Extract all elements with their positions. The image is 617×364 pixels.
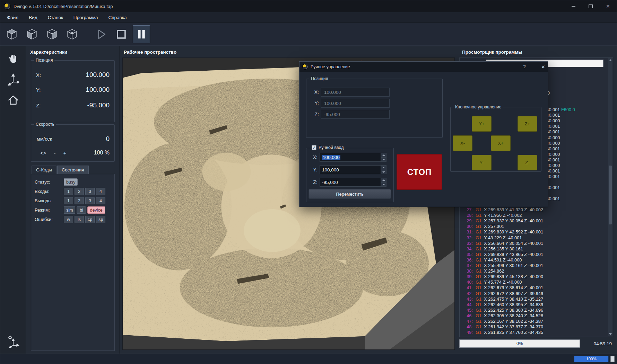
resize-grip[interactable] [610, 356, 615, 362]
close-button[interactable]: ✕ [599, 0, 617, 12]
pause-program-button[interactable] [133, 25, 150, 43]
gcode-line[interactable]: 44:G1X 262.460 Y 38.395 Z -34.839 [460, 302, 613, 308]
manual-input-checkbox[interactable]: ✓ [312, 145, 316, 150]
gcode-line[interactable]: 27:G1X 269.839 Y 41.320 Z -40.002 [460, 207, 613, 213]
manual-x-input[interactable]: 100,000 [320, 153, 386, 162]
gcode-line[interactable]: 28:G1Y 41.956 Z -40.002 [460, 213, 613, 218]
move-button[interactable]: Переместить [308, 189, 391, 199]
gcode-line[interactable]: 36:G1Y 44.501 Z -40.000 [460, 257, 613, 263]
gcode-line[interactable]: 30:G1X 257.301 [460, 224, 613, 229]
gcode-line[interactable]: 41:G1X 262.679 Y 38.614 Z -40.001 [460, 285, 613, 291]
manual-input-toggle[interactable]: ✓ Ручной ввод [310, 145, 346, 150]
gcode-line[interactable]: 29:G1X 257.937 Y 30.054 Z -40.001 [460, 218, 613, 224]
gcode-line-fragment[interactable]: 00 [545, 90, 613, 96]
manual-z-input[interactable]: -95,000 [320, 178, 386, 187]
gcode-line[interactable]: 46:G1X 262.305 Y 38.240 Z -34.528 [460, 313, 613, 319]
jog-z-minus-button[interactable]: Z- [518, 155, 537, 170]
jog-tool-button[interactable] [5, 71, 21, 87]
gcode-line-fragment[interactable]: -40.001 [545, 146, 613, 152]
jog-y-minus-button[interactable]: Y- [472, 155, 492, 170]
gcode-line-fragment[interactable]: -40.001 [545, 157, 613, 163]
gcode-coords: X 262.167 Y 38.102 Z -34.387 [484, 319, 543, 324]
manual-y-spinner[interactable] [381, 166, 386, 174]
manual-z-spinner[interactable] [381, 178, 386, 186]
manual-y-row: Y: 100,000 [310, 165, 386, 174]
scroll-up-icon[interactable] [609, 59, 612, 61]
menu-item[interactable]: Вид [24, 12, 42, 23]
gcode-line[interactable]: 33:G1X 256.664 Y 30.054 Z -40.001 [460, 241, 613, 246]
gcode-line-fragment[interactable]: -40.001 [545, 196, 613, 202]
view-cube-left-button[interactable] [23, 25, 41, 43]
gcode-line[interactable]: 34:G1X 256.135 Y 30.161 [460, 246, 613, 252]
view-cube-right-button[interactable] [43, 25, 61, 43]
gcode-line[interactable]: 38:G1X 254.862 [460, 268, 613, 274]
gcode-line-fragment[interactable]: -40.000 [545, 152, 613, 157]
dialog-help-button[interactable]: ? [520, 62, 529, 72]
characteristics-panel: Характеристики Позиция X: 100.000 Y: 100… [26, 46, 120, 354]
dialog-close-button[interactable]: ✕ [539, 62, 548, 72]
speed-increase-button[interactable]: + [63, 150, 67, 156]
gcode-line-fragment[interactable]: -40.001 [545, 113, 613, 118]
gcode-line[interactable]: 35:G1X 269.839 Y 43.865 Z -40.001 [460, 252, 613, 257]
speed-decrease-button[interactable]: - [54, 150, 56, 156]
stop-button[interactable]: СТОП [397, 154, 442, 190]
gcode-line-fragment[interactable]: -40.001 [545, 174, 613, 179]
gcode-line-fragment[interactable]: -40.001 [545, 129, 613, 135]
gcode-line[interactable]: 39:G1X 269.839 Y 45.138 Z -40.000 [460, 274, 613, 279]
speed-range-button[interactable]: <> [40, 150, 46, 156]
gcode-line[interactable]: 47:G1X 262.167 Y 38.102 Z -34.387 [460, 319, 613, 324]
gcode-line[interactable]: 32:G1Y 43.229 Z -40.001 [460, 235, 613, 241]
jog-y-plus-button[interactable]: Y+ [472, 116, 492, 132]
menu-item[interactable]: Файл [2, 12, 24, 23]
z-position-value: -95.000 [87, 101, 110, 109]
cube-view-3-icon [46, 28, 58, 41]
gcode-line-fragment[interactable]: -40.000 [545, 141, 613, 146]
home-position-button[interactable] [5, 92, 21, 108]
status-row: Входы:1234 [35, 187, 114, 196]
gcode-line-fragment[interactable]: -40.001 F600.0 [545, 107, 613, 113]
gcode-line[interactable]: 31:G1X 269.839 Y 42.592 Z -40.001 [460, 229, 613, 235]
menu-item[interactable]: Станок [43, 12, 68, 23]
gcode-command: G1 [476, 213, 481, 218]
pause-icon [136, 28, 147, 40]
status-badge: 4 [96, 197, 105, 204]
dialog-title-bar[interactable]: Ручное управление ? ✕ [299, 62, 548, 72]
gcode-line-number: 37: [463, 263, 473, 268]
stop-program-button[interactable] [113, 25, 130, 43]
gcode-command: G1 [476, 274, 481, 279]
gcode-line-fragment[interactable]: -40.000 [545, 163, 613, 168]
status-row-label: Ошибки: [35, 217, 64, 222]
gcode-line[interactable]: 49:G1X 261.825 Y 37.760 Z -34.435 [460, 330, 613, 335]
view-cube-front-button[interactable] [3, 25, 20, 43]
status-badge: 3 [85, 197, 95, 204]
tab-gcodes[interactable]: G-Коды [32, 166, 57, 174]
manual-x-spinner[interactable] [381, 153, 386, 161]
maximize-button[interactable] [582, 0, 599, 12]
gcode-line-fragment[interactable]: -40.000 [545, 135, 613, 141]
gcode-line-fragment[interactable]: -40.001 [545, 124, 613, 129]
gcode-line[interactable]: 42:G1X 262.672 Y 38.607 Z -39.949 [460, 291, 613, 296]
gcode-line[interactable]: 48:G1X 261.942 Y 37.877 Z -34.370 [460, 324, 613, 330]
gcode-line-fragment[interactable]: -40.001 [545, 168, 613, 174]
jog-x-minus-button[interactable]: X- [453, 135, 472, 151]
gcode-line[interactable]: 43:G1X 262.475 Y 38.410 Z -35.127 [460, 296, 613, 302]
jog-x-plus-button[interactable]: X+ [491, 135, 511, 151]
run-program-button[interactable] [93, 25, 110, 43]
menu-item[interactable]: Справка [103, 12, 132, 23]
pan-tool-button[interactable] [5, 51, 21, 66]
jog-z-plus-button[interactable]: Z+ [518, 116, 537, 132]
view-cube-iso-button[interactable] [63, 25, 81, 43]
menu-item[interactable]: Программа [68, 12, 103, 23]
gcode-line-fragment[interactable]: -40.001 [545, 185, 613, 190]
machine-settings-button[interactable] [0, 334, 26, 348]
program-progress-row: 0% 04:59:19 [459, 339, 613, 348]
manual-y-input[interactable]: 100,000 [320, 165, 386, 174]
status-row-label: Выходы: [35, 198, 64, 203]
maximize-icon [589, 5, 593, 8]
gcode-line-fragment[interactable]: -40.000 [545, 118, 613, 124]
minimize-button[interactable] [565, 0, 582, 12]
gcode-line[interactable]: 45:G1X 262.425 Y 38.360 Z -34.696 [460, 308, 613, 313]
gcode-line[interactable]: 40:G1Y 45.774 Z -40.000 [460, 279, 613, 285]
gcode-line[interactable]: 37:G1X 255.499 Y 30.161 Z -40.001 [460, 263, 613, 268]
tab-states[interactable]: Состояния [57, 166, 89, 174]
